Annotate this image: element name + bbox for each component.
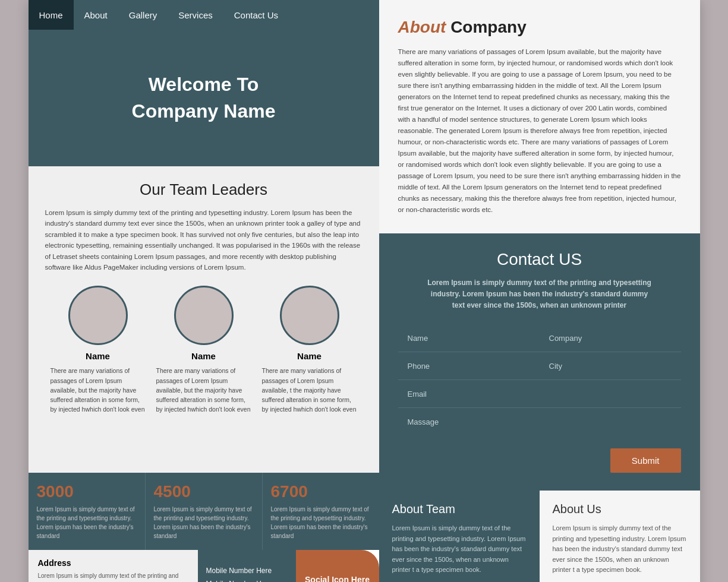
team-heading: Our Team Leaders — [45, 181, 363, 199]
form-field-company[interactable]: Company — [540, 324, 681, 352]
member-avatar-2 — [174, 286, 234, 345]
stat-desc-3: Lorem Ipsum is simply dummy text of the … — [271, 505, 371, 540]
submit-row: Submit — [398, 438, 681, 476]
nav-item-gallery[interactable]: Gallery — [118, 0, 168, 30]
member-avatar-3 — [280, 286, 339, 345]
footer-mobile-line-2[interactable]: Mobile Number Here — [206, 580, 288, 582]
form-label-massage: Massage — [408, 417, 439, 426]
team-member-2: Name There are many variations of passag… — [156, 286, 251, 414]
footer-address: Address Lorem Ipsum is simply dummy text… — [29, 550, 198, 582]
team-member-3: Name There are many variations of passag… — [262, 286, 357, 414]
nav-item-home[interactable]: Home — [29, 0, 74, 30]
hero-section: Welcome To Company Name — [29, 30, 379, 166]
footer-address-text: Lorem Ipsum is simply dummy text of the … — [38, 571, 188, 582]
team-section: Our Team Leaders Lorem Ipsum is simply d… — [29, 166, 379, 473]
about-us-title: About Us — [553, 502, 687, 516]
about-highlight: About — [398, 18, 446, 36]
contact-form: Name Company Phone City Email Massage — [398, 324, 681, 438]
form-field-city[interactable]: City — [540, 352, 681, 380]
stat-number-1: 3000 — [37, 482, 137, 501]
member-desc-1: There are many variations of passages of… — [51, 366, 146, 414]
contact-heading: Contact US — [398, 250, 681, 269]
about-company-name: Company — [446, 18, 526, 36]
member-avatar-1 — [68, 286, 128, 345]
form-field-phone[interactable]: Phone — [398, 352, 540, 380]
nav-bar: Home About Gallery Services Contact Us — [29, 0, 379, 30]
team-member-1: Name There are many variations of passag… — [51, 286, 146, 414]
page-wrapper: Home About Gallery Services Contact Us W… — [29, 0, 700, 582]
stat-desc-1: Lorem Ipsum is simply dummy text of the … — [37, 505, 137, 540]
about-team-title: About Team — [392, 502, 527, 516]
member-name-3: Name — [297, 351, 322, 361]
member-desc-3: There are many variations of passages of… — [262, 366, 357, 414]
hero-title: Welcome To Company Name — [132, 71, 276, 125]
left-panel: Home About Gallery Services Contact Us W… — [29, 0, 379, 582]
footer-mobile-line-1[interactable]: Mobile Number Here — [206, 567, 288, 575]
stats-section: 3000 Lorem Ipsum is simply dummy text of… — [29, 473, 379, 550]
nav-item-services[interactable]: Services — [168, 0, 223, 30]
stat-number-2: 4500 — [154, 482, 254, 501]
form-label-name: Name — [408, 334, 428, 343]
form-field-email[interactable]: Email — [398, 380, 681, 408]
nav-item-contact[interactable]: Contact Us — [223, 0, 289, 30]
form-field-name[interactable]: Name — [398, 324, 540, 352]
about-company: About Company There are many variations … — [379, 0, 700, 233]
nav-item-about[interactable]: About — [74, 0, 118, 30]
footer-left: Address Lorem Ipsum is simply dummy text… — [29, 550, 379, 582]
contact-subtitle: Lorem Ipsum is simply dummy text of the … — [427, 277, 653, 312]
stat-item-1: 3000 Lorem Ipsum is simply dummy text of… — [29, 473, 146, 550]
team-members: Name There are many variations of passag… — [45, 286, 363, 414]
submit-button[interactable]: Submit — [610, 448, 681, 473]
form-label-email: Email — [408, 390, 427, 398]
footer-mobile: Mobile Number Here Mobile Number Here — [198, 550, 296, 582]
about-company-text: There are many variations of passages of… — [398, 46, 681, 216]
contact-section: Contact US Lorem Ipsum is simply dummy t… — [379, 233, 700, 491]
member-name-1: Name — [86, 351, 110, 361]
stat-item-2: 4500 Lorem Ipsum is simply dummy text of… — [146, 473, 263, 550]
footer-address-title: Address — [38, 558, 188, 568]
footer-social[interactable]: Social Icon Here — [296, 550, 379, 582]
form-label-phone: Phone — [408, 362, 430, 371]
footer-social-text: Social Icon Here — [305, 575, 370, 582]
stat-item-3: 6700 Lorem Ipsum is simply dummy text of… — [263, 473, 379, 550]
stat-desc-2: Lorem Ipsum is simply dummy text of the … — [154, 505, 254, 540]
about-company-title: About Company — [398, 18, 681, 37]
team-description: Lorem Ipsum is simply dummy text of the … — [45, 207, 363, 273]
about-team-text: Lorem Ipsum is simply dummy text of the … — [392, 523, 527, 575]
right-panel: About Company There are many variations … — [379, 0, 700, 582]
about-bottom: About Team Lorem Ipsum is simply dummy t… — [379, 491, 700, 582]
stat-number-3: 6700 — [271, 482, 371, 501]
form-label-city: City — [549, 362, 562, 371]
form-label-company: Company — [549, 334, 582, 343]
member-name-2: Name — [191, 351, 216, 361]
member-desc-2: There are many variations of passages of… — [156, 366, 251, 414]
about-us-text: Lorem Ipsum is simply dummy text of the … — [553, 523, 687, 575]
about-us-box: About Us Lorem Ipsum is simply dummy tex… — [540, 491, 700, 582]
about-team-box: About Team Lorem Ipsum is simply dummy t… — [379, 491, 540, 582]
form-field-massage[interactable]: Massage — [398, 408, 681, 438]
